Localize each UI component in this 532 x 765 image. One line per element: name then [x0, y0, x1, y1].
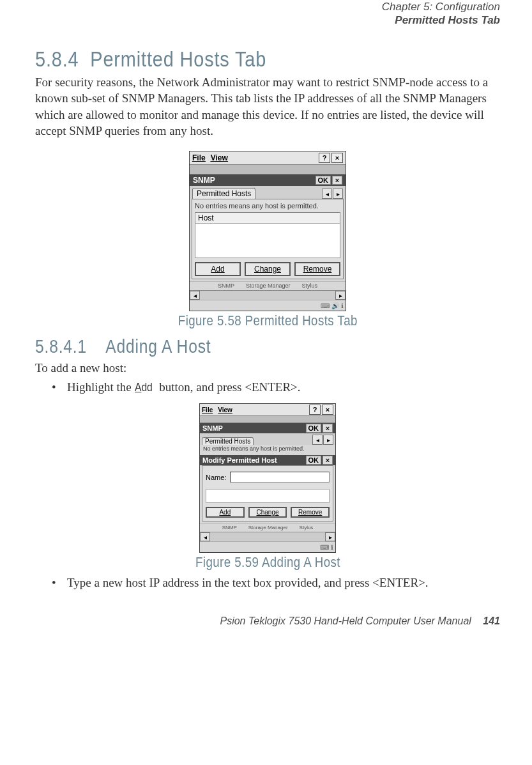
- menu-view[interactable]: View: [218, 406, 232, 413]
- menubar: File View ? ×: [190, 151, 346, 165]
- bullet-1: Highlight the Add button, and press <ENT…: [52, 380, 500, 394]
- remove-button[interactable]: Remove: [294, 262, 340, 276]
- screenshot-adding-host: File View ? × SNMP OK × Permitted Hosts …: [199, 403, 336, 553]
- scroll-right-icon[interactable]: ▸: [335, 291, 346, 300]
- tab-permitted-hosts[interactable]: Permitted Hosts: [192, 188, 255, 199]
- paragraph-5-8-4: For security reasons, the Network Admini…: [35, 74, 500, 140]
- hint-text: No entries means any host is permitted.: [195, 202, 340, 210]
- close-button[interactable]: ×: [322, 405, 333, 415]
- figure-caption-5-58: Figure 5.58 Permitted Hosts Tab: [178, 313, 357, 329]
- modify-panel: Name: Add Change Remove: [202, 465, 333, 522]
- window-close-icon[interactable]: ×: [332, 176, 342, 185]
- page-number: 141: [483, 615, 500, 626]
- toolbar-spacer: [190, 165, 346, 174]
- bullet-1-prefix: Highlight the: [67, 380, 135, 394]
- heading-5-8-4-1: 5.8.4.1 Adding A Host: [35, 336, 416, 357]
- help-button[interactable]: ?: [309, 405, 321, 415]
- figure-caption-5-59: Figure 5.59 Adding A Host: [195, 554, 340, 571]
- hint-text: No entries means any host is permitted.: [200, 445, 335, 452]
- ok-button[interactable]: OK: [306, 456, 322, 465]
- heading-number: 5.8.4: [35, 47, 79, 71]
- tray-icon: ℹ: [331, 544, 333, 551]
- desktop-icon-storage-manager[interactable]: Storage Manager: [246, 283, 291, 289]
- tray-icon: ℹ: [341, 302, 344, 309]
- page-header: Chapter 5: Configuration Permitted Hosts…: [35, 0, 500, 27]
- ok-button[interactable]: OK: [315, 176, 331, 185]
- toolbar-spacer: [200, 416, 335, 423]
- list-area: [206, 489, 330, 503]
- page-footer: Psion Teklogix 7530 Hand-Held Computer U…: [35, 615, 500, 627]
- bullet-1-suffix: button, and press <ENTER>.: [156, 380, 300, 394]
- desktop-icon-storage-manager[interactable]: Storage Manager: [248, 525, 288, 530]
- scroll-right-icon[interactable]: ▸: [325, 532, 335, 541]
- window-titlebar-snmp: SNMP OK ×: [200, 423, 335, 433]
- close-button[interactable]: ×: [331, 153, 343, 163]
- chapter-line: Chapter 5: Configuration: [35, 0, 500, 13]
- subheading-number: 5.8.4.1: [35, 336, 87, 357]
- remove-button[interactable]: Remove: [291, 507, 330, 518]
- desktop-icon-row: SNMP Storage Manager Stylus: [200, 523, 335, 532]
- tab-panel: No entries means any host is permitted. …: [192, 199, 344, 279]
- desktop-icon-row: SNMP Storage Manager Stylus: [190, 281, 346, 290]
- scroll-left-icon[interactable]: ◂: [190, 291, 200, 300]
- bullet-2: Type a new host IP address in the text b…: [52, 576, 500, 590]
- intro-line: To add a new host:: [35, 361, 500, 375]
- horizontal-scrollbar[interactable]: ◂ ▸: [190, 290, 346, 300]
- scroll-left-icon[interactable]: ◂: [200, 532, 210, 541]
- screenshot-permitted-hosts: File View ? × SNMP OK × Permitted Hosts …: [189, 151, 346, 311]
- tab-scroll-left-icon[interactable]: ◂: [312, 435, 323, 445]
- heading-title: Permitted Hosts Tab: [90, 47, 266, 71]
- host-listbox[interactable]: Host: [195, 212, 340, 258]
- tab-scroll-left-icon[interactable]: ◂: [322, 189, 332, 199]
- menu-view[interactable]: View: [211, 153, 228, 162]
- name-input[interactable]: [230, 472, 330, 483]
- menubar: File View ? ×: [200, 404, 335, 416]
- desktop-icon-stylus[interactable]: Stylus: [300, 525, 314, 530]
- desktop-icon-snmp[interactable]: SNMP: [222, 525, 237, 530]
- tray-icon: ⌨: [321, 302, 330, 309]
- name-label: Name:: [206, 474, 226, 481]
- scroll-track[interactable]: [210, 532, 325, 541]
- add-button[interactable]: Add: [206, 507, 245, 518]
- window-close-icon[interactable]: ×: [323, 456, 333, 465]
- window-close-icon[interactable]: ×: [323, 424, 333, 433]
- tray-icon: ⌨: [320, 544, 329, 551]
- section-line: Permitted Hosts Tab: [35, 13, 500, 27]
- scroll-track[interactable]: [200, 291, 335, 300]
- window-titlebar: SNMP OK ×: [190, 174, 346, 186]
- window-title-modify: Modify Permitted Host: [202, 456, 277, 464]
- tab-permitted-hosts[interactable]: Permitted Hosts: [202, 437, 254, 445]
- footer-text: Psion Teklogix 7530 Hand-Held Computer U…: [220, 615, 471, 626]
- heading-5-8-4: 5.8.4 Permitted Hosts Tab: [35, 47, 430, 72]
- host-column-header: Host: [195, 213, 340, 224]
- tab-row: Permitted Hosts ◂ ▸: [200, 433, 335, 445]
- tab-scroll-right-icon[interactable]: ▸: [323, 435, 333, 445]
- system-tray: ⌨ ℹ: [200, 541, 335, 552]
- window-titlebar-modify: Modify Permitted Host OK ×: [200, 455, 335, 465]
- window-title: SNMP: [193, 176, 215, 185]
- system-tray: ⌨ 🔊 ℹ: [190, 300, 346, 311]
- change-button[interactable]: Change: [245, 262, 291, 276]
- menu-file[interactable]: File: [202, 406, 213, 413]
- menu-file[interactable]: File: [192, 153, 206, 162]
- add-button[interactable]: Add: [195, 262, 241, 276]
- window-title: SNMP: [202, 424, 223, 432]
- change-button[interactable]: Change: [248, 507, 287, 518]
- add-ref: Add: [135, 380, 153, 394]
- horizontal-scrollbar[interactable]: ◂ ▸: [200, 532, 335, 541]
- ok-button[interactable]: OK: [306, 424, 322, 433]
- tab-scroll-right-icon[interactable]: ▸: [333, 189, 343, 199]
- tab-row: Permitted Hosts ◂ ▸: [190, 186, 346, 199]
- subheading-title: Adding A Host: [105, 336, 211, 357]
- desktop-icon-stylus[interactable]: Stylus: [302, 283, 318, 289]
- desktop-icon-snmp[interactable]: SNMP: [218, 283, 234, 289]
- help-button[interactable]: ?: [319, 153, 330, 163]
- tray-icon: 🔊: [331, 302, 339, 309]
